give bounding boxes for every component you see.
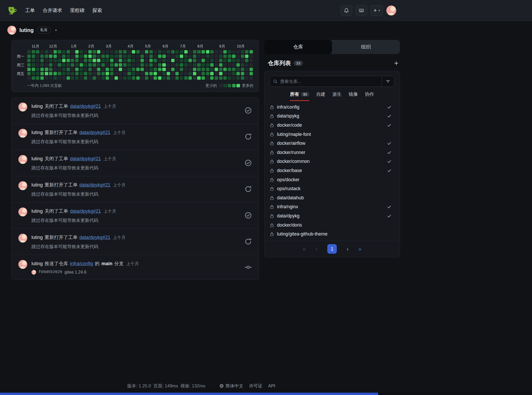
heatmap-cell[interactable] [175, 59, 179, 62]
heatmap-cell[interactable] [49, 50, 52, 54]
heatmap-cell[interactable] [40, 59, 44, 62]
heatmap-cell[interactable] [175, 76, 179, 80]
heatmap-cell[interactable] [71, 50, 74, 54]
heatmap-cell[interactable] [132, 55, 135, 58]
heatmap-cell[interactable] [40, 55, 44, 58]
heatmap-cell[interactable] [249, 55, 253, 58]
feed-user-link[interactable]: luting [31, 235, 43, 240]
heatmap-cell[interactable] [110, 50, 113, 54]
heatmap-cell[interactable] [110, 63, 113, 67]
heatmap-cell[interactable] [158, 50, 161, 54]
heatmap-cell[interactable] [236, 50, 240, 54]
heatmap-cell[interactable] [115, 76, 118, 80]
heatmap-cell[interactable] [241, 59, 244, 62]
heatmap-cell[interactable] [75, 50, 79, 54]
repo-list-item[interactable]: docker/common [264, 157, 400, 166]
feed-avatar[interactable] [18, 260, 27, 269]
heatmap-cell[interactable] [223, 55, 227, 58]
heatmap-cell[interactable] [67, 68, 70, 71]
heatmap-cell[interactable] [132, 59, 135, 62]
heatmap-cell[interactable] [241, 72, 244, 75]
heatmap-cell[interactable] [36, 76, 39, 80]
heatmap-cell[interactable] [210, 68, 214, 71]
heatmap-cell[interactable] [175, 55, 179, 58]
heatmap-cell[interactable] [49, 76, 52, 80]
heatmap-cell[interactable] [206, 68, 209, 71]
feed-user-link[interactable]: luting [31, 182, 43, 188]
heatmap-cell[interactable] [223, 59, 227, 62]
heatmap-cell[interactable] [162, 76, 166, 80]
heatmap-cell[interactable] [40, 72, 44, 75]
heatmap-cell[interactable] [162, 55, 166, 58]
heatmap-cell[interactable] [93, 63, 96, 67]
heatmap-cell[interactable] [167, 59, 170, 62]
heatmap-cell[interactable] [136, 55, 140, 58]
api-link[interactable]: API [268, 383, 275, 389]
heatmap-cell[interactable] [58, 72, 61, 75]
heatmap-cell[interactable] [93, 59, 96, 62]
heatmap-cell[interactable] [162, 63, 166, 67]
heatmap-cell[interactable] [58, 68, 61, 71]
heatmap-cell[interactable] [88, 76, 92, 80]
heatmap-cell[interactable] [219, 59, 222, 62]
heatmap-cell[interactable] [158, 76, 161, 80]
heatmap-cell[interactable] [45, 76, 48, 80]
heatmap-cell[interactable] [84, 76, 87, 80]
heatmap-cell[interactable] [236, 76, 240, 80]
heatmap-cell[interactable] [145, 68, 148, 71]
filter-sources[interactable]: 自建 [316, 91, 325, 101]
heatmap-cell[interactable] [167, 76, 170, 80]
heatmap-cell[interactable] [167, 72, 170, 75]
heatmap-cell[interactable] [188, 59, 192, 62]
heatmap-cell[interactable] [149, 59, 153, 62]
heatmap-cell[interactable] [80, 76, 83, 80]
heatmap-cell[interactable] [49, 63, 52, 67]
heatmap-cell[interactable] [197, 55, 200, 58]
pagination-current-page[interactable]: 1 [327, 244, 337, 254]
heatmap-cell[interactable] [219, 55, 222, 58]
create-new-button[interactable]: + ▾ [371, 5, 383, 16]
heatmap-cell[interactable] [180, 59, 183, 62]
heatmap-cell[interactable] [236, 55, 240, 58]
heatmap-cell[interactable] [67, 50, 70, 54]
heatmap-cell[interactable] [127, 63, 131, 67]
heatmap-cell[interactable] [27, 68, 31, 71]
heatmap-cell[interactable] [132, 50, 135, 54]
heatmap-cell[interactable] [123, 59, 127, 62]
heatmap-cell[interactable] [97, 50, 100, 54]
heatmap-cell[interactable] [249, 63, 253, 67]
heatmap-cell[interactable] [32, 50, 35, 54]
feed-user-link[interactable]: luting [31, 104, 43, 109]
heatmap-cell[interactable] [145, 59, 148, 62]
feed-avatar[interactable] [18, 207, 27, 216]
heatmap-cell[interactable] [236, 63, 240, 67]
heatmap-cell[interactable] [149, 50, 153, 54]
heatmap-cell[interactable] [97, 76, 100, 80]
heatmap-cell[interactable] [188, 76, 192, 80]
heatmap-cell[interactable] [97, 72, 100, 75]
heatmap-cell[interactable] [32, 76, 35, 80]
feed-user-link[interactable]: luting [31, 130, 43, 135]
heatmap-cell[interactable] [175, 50, 179, 54]
heatmap-cell[interactable] [171, 63, 175, 67]
heatmap-cell[interactable] [232, 68, 235, 71]
heatmap-cell[interactable] [228, 72, 231, 75]
heatmap-cell[interactable] [184, 72, 188, 75]
heatmap-cell[interactable] [167, 68, 170, 71]
repo-list-item[interactable]: docker/airflow [264, 139, 400, 148]
heatmap-cell[interactable] [145, 63, 148, 67]
heatmap-cell[interactable] [84, 55, 87, 58]
heatmap-cell[interactable] [249, 50, 253, 54]
heatmap-cell[interactable] [32, 55, 35, 58]
heatmap-cell[interactable] [62, 50, 66, 54]
heatmap-cell[interactable] [219, 76, 222, 80]
heatmap-cell[interactable] [36, 59, 39, 62]
heatmap-cell[interactable] [215, 55, 218, 58]
heatmap-cell[interactable] [75, 68, 79, 71]
heatmap-cell[interactable] [88, 72, 92, 75]
pagination-next[interactable]: › [347, 246, 349, 252]
heatmap-cell[interactable] [119, 59, 122, 62]
heatmap-cell[interactable] [184, 76, 188, 80]
heatmap-cell[interactable] [193, 72, 196, 75]
heatmap-cell[interactable] [101, 59, 105, 62]
